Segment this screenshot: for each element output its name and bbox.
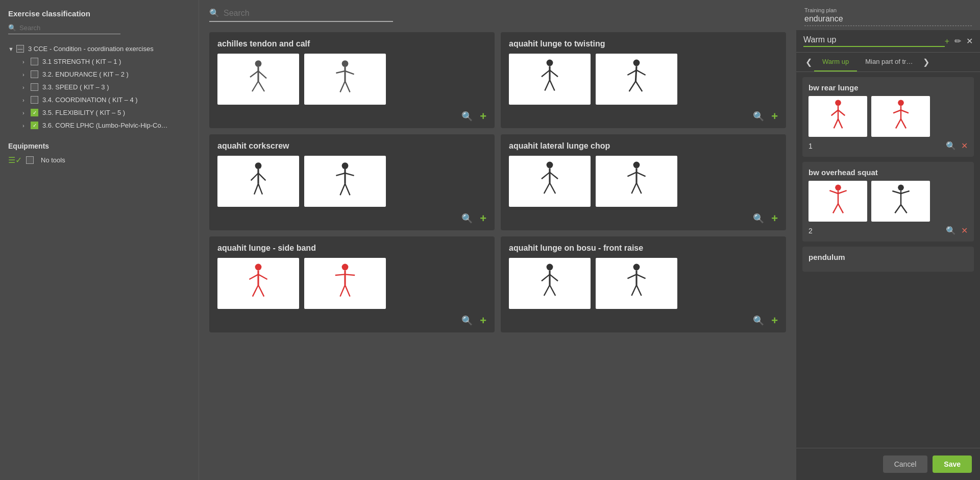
- figure-svg-ex1-2: [312, 59, 378, 100]
- svg-line-80: [893, 110, 901, 113]
- add-btn-ex6[interactable]: +: [771, 314, 778, 327]
- checkbox-3-2[interactable]: [31, 70, 38, 78]
- list-item-remove-btn-item2[interactable]: ✕: [961, 226, 968, 235]
- zoom-btn-ex1[interactable]: 🔍: [461, 111, 473, 122]
- tab-warm-up[interactable]: Warm up: [814, 53, 857, 71]
- training-plan-header: Training plan endurance: [796, 0, 980, 30]
- exercise-img-ex5-1: [217, 258, 299, 309]
- exercise-actions-ex1: 🔍 +: [217, 110, 486, 123]
- svg-line-77: [838, 119, 842, 128]
- main-content: 🔍 achilles tendon and calf: [199, 0, 796, 480]
- svg-line-5: [258, 81, 264, 91]
- tabs-nav-right-arrow[interactable]: ❯: [921, 53, 932, 71]
- list-item-zoom-btn-item1[interactable]: 🔍: [946, 141, 956, 151]
- add-btn-ex1[interactable]: +: [480, 110, 486, 123]
- cancel-button[interactable]: Cancel: [883, 455, 928, 473]
- list-item-actions-item2: 🔍 ✕: [946, 226, 968, 235]
- add-btn-ex2[interactable]: +: [771, 110, 778, 123]
- checkbox-3-6[interactable]: [31, 122, 38, 129]
- tree-item-3-2[interactable]: › 3.2. ENDURANCE ( KIT – 2 ): [22, 68, 190, 81]
- tabs-nav: ❮ Warm up Mian part of tr… ❯: [796, 53, 980, 72]
- sidebar-search-input[interactable]: [19, 24, 120, 32]
- list-item-img-item2-1: [808, 181, 867, 222]
- checkbox-3-4[interactable]: [31, 96, 38, 104]
- svg-line-95: [901, 205, 907, 213]
- exercise-img-ex3-2: [304, 156, 386, 207]
- zoom-btn-ex3[interactable]: 🔍: [461, 213, 473, 224]
- no-tools-checkbox[interactable]: [26, 156, 34, 164]
- svg-line-8: [336, 71, 345, 73]
- warm-up-edit-button[interactable]: ✏: [954, 36, 961, 46]
- exercise-img-ex4-1: [509, 156, 591, 207]
- tabs-nav-left-arrow[interactable]: ❮: [803, 53, 814, 71]
- tab-main-part[interactable]: Mian part of tr…: [857, 53, 921, 71]
- checkbox-3-5[interactable]: [31, 109, 38, 116]
- exercises-grid: achilles tendon and calf: [209, 32, 786, 332]
- tree-item-3-4[interactable]: › 3.4. COORDINATION ( KIT – 4 ): [22, 93, 190, 106]
- svg-line-40: [544, 183, 550, 194]
- svg-point-78: [898, 100, 904, 106]
- tree-root-checkbox[interactable]: [16, 45, 24, 53]
- svg-line-47: [636, 183, 642, 194]
- figure-svg-ex5-2: [312, 263, 378, 304]
- exercise-images-ex6: [509, 258, 778, 309]
- zoom-btn-ex6[interactable]: 🔍: [753, 315, 764, 326]
- equipments-section: Equipments ☰✓ No tools: [8, 142, 190, 165]
- zoom-btn-ex2[interactable]: 🔍: [753, 111, 764, 122]
- exercise-actions-ex4: 🔍 +: [509, 212, 778, 225]
- svg-line-16: [545, 80, 550, 91]
- tree-root-arrow: ▼: [8, 46, 16, 52]
- exercise-title-ex4: aquahit lateral lunge chop: [509, 141, 778, 151]
- checkbox-3-1[interactable]: [31, 58, 38, 65]
- svg-line-34: [340, 184, 345, 195]
- add-btn-ex4[interactable]: +: [771, 212, 778, 225]
- list-item-remove-btn-item1[interactable]: ✕: [961, 141, 968, 151]
- svg-line-89: [838, 204, 843, 213]
- figure-svg-ex3-1: [226, 161, 291, 202]
- svg-line-88: [833, 204, 838, 213]
- main-search-input[interactable]: [224, 9, 393, 18]
- arrow-3-3: ›: [22, 84, 31, 90]
- tree-item-3-3[interactable]: › 3.3. SPEED ( KIT – 3 ): [22, 81, 190, 93]
- figure-svg-ex2-1: [517, 59, 582, 100]
- tree-item-3-6[interactable]: › 3.6. CORE LPHC (Lumbo-Pelvic-Hip-Co…: [22, 119, 190, 132]
- list-item-item2: bw overhead squat: [802, 162, 974, 242]
- add-btn-ex3[interactable]: +: [480, 212, 486, 225]
- svg-point-12: [547, 60, 553, 66]
- save-button[interactable]: Save: [933, 455, 972, 473]
- figure-svg-ex5-1: [226, 263, 291, 304]
- exercise-title-ex6: aquahit lunge on bosu - front raise: [509, 244, 778, 253]
- exercise-img-ex5-2: [304, 258, 386, 309]
- svg-point-66: [633, 264, 640, 271]
- exercise-card-ex2: aquahit lunge to twisting: [501, 32, 786, 128]
- list-figure-item2-2: [888, 183, 914, 219]
- figure-svg-ex6-2: [604, 263, 669, 304]
- figure-svg-ex3-2: [312, 161, 378, 202]
- exercise-actions-ex5: 🔍 +: [217, 314, 486, 327]
- list-item-zoom-btn-item2[interactable]: 🔍: [946, 226, 956, 235]
- warm-up-close-button[interactable]: ✕: [966, 36, 973, 46]
- warm-up-add-button[interactable]: +: [945, 37, 949, 46]
- svg-line-86: [829, 190, 838, 194]
- warm-up-title: Warm up: [803, 35, 945, 47]
- tree-root-item[interactable]: ▼ 3 CCE - Condition - coordination exerc…: [8, 42, 190, 55]
- svg-line-39: [550, 172, 558, 179]
- list-item-title-item1: bw rear lunge: [808, 83, 968, 92]
- checkbox-3-3[interactable]: [31, 83, 38, 91]
- add-btn-ex5[interactable]: +: [480, 314, 486, 327]
- svg-line-56: [335, 274, 345, 275]
- svg-line-74: [831, 110, 838, 116]
- exercise-img-ex2-1: [509, 54, 591, 105]
- svg-line-17: [550, 80, 555, 91]
- zoom-btn-ex4[interactable]: 🔍: [753, 213, 764, 224]
- zoom-btn-ex5[interactable]: 🔍: [461, 315, 473, 326]
- warm-up-actions: + ✏ ✕: [945, 36, 973, 46]
- tree-item-3-1[interactable]: › 3.1 STRENGTH ( KIT – 1 ): [22, 55, 190, 68]
- svg-line-87: [838, 190, 847, 194]
- svg-line-41: [550, 183, 555, 194]
- main-search-box: 🔍: [209, 8, 393, 22]
- tree-item-3-5[interactable]: › 3.5. FLEXIBILITY ( KIT – 5 ): [22, 106, 190, 119]
- figure-svg-ex6-1: [517, 263, 582, 304]
- figure-svg-ex4-2: [604, 161, 669, 202]
- exercise-img-ex1-2: [304, 54, 386, 105]
